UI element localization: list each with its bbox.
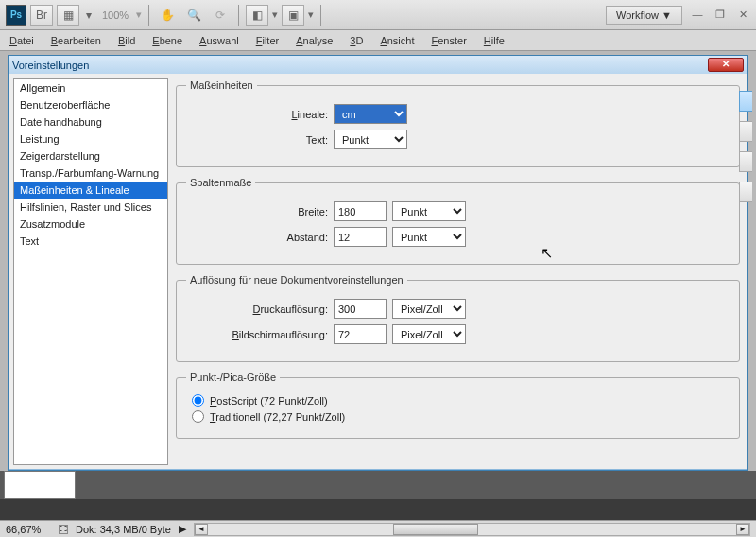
status-zoom[interactable]: 66,67% (6, 524, 51, 535)
sidebar-item-selected[interactable]: Maßeinheiten & Lineale (14, 182, 167, 199)
menu-fenster[interactable]: Fenster (431, 35, 466, 46)
menu-hilfe[interactable]: Hilfe (484, 35, 505, 46)
menu-bearbeiten[interactable]: Bearbeiten (51, 35, 101, 46)
close-button[interactable]: ✕ (735, 9, 750, 22)
dropdown-icon[interactable]: ▾ (136, 9, 142, 21)
dialog-titlebar: Voreinstellungen ✕ (9, 56, 747, 74)
menu-ansicht[interactable]: Ansicht (380, 35, 414, 46)
menu-bar: Datei Bearbeiten Bild Ebene Auswahl Filt… (0, 30, 756, 51)
scroll-right-button[interactable]: ► (736, 524, 749, 535)
side-button[interactable] (739, 121, 752, 142)
ruler-origin (4, 471, 76, 499)
scroll-left-button[interactable]: ◄ (195, 524, 208, 535)
menu-3d[interactable]: 3D (350, 35, 363, 46)
width-label: Breite: (186, 206, 328, 217)
print-res-label: Druckauflösung: (186, 303, 328, 315)
traditional-radio[interactable] (192, 410, 204, 423)
side-button[interactable] (739, 151, 752, 172)
columns-legend: Spaltenmaße (186, 177, 255, 188)
dialog-close-button[interactable]: ✕ (708, 58, 744, 72)
screen-res-label: Bildschirmauflösung: (186, 329, 328, 340)
print-res-unit-select[interactable]: Pixel/Zoll (392, 299, 466, 319)
gap-input[interactable] (334, 227, 387, 247)
side-button[interactable] (739, 182, 752, 202)
menu-ebene[interactable]: Ebene (152, 35, 182, 46)
rulers-select[interactable]: cm (334, 104, 407, 124)
menu-datei[interactable]: Datei (9, 35, 34, 46)
sidebar-item[interactable]: Leistung (14, 130, 167, 147)
menu-analyse[interactable]: Analyse (296, 35, 333, 46)
scroll-thumb[interactable] (393, 524, 478, 535)
pica-legend: Punkt-/Pica-Größe (186, 372, 280, 383)
expand-icon[interactable]: ⛶ (59, 525, 68, 534)
gap-unit-select[interactable]: Punkt (392, 227, 466, 247)
columns-group: Spaltenmaße Breite: Punkt Abstand: Punkt (176, 177, 740, 265)
status-doc-size: Dok: 34,3 MB/0 Byte (76, 524, 171, 535)
resolution-group: Auflösung für neue Dokumentvoreinstellun… (176, 274, 740, 362)
postscript-label: PostScript (72 Punkt/Zoll) (210, 395, 328, 407)
document-bar (0, 499, 756, 520)
sidebar-item[interactable]: Benutzeroberfläche (14, 96, 167, 113)
menu-filter[interactable]: Filter (256, 35, 279, 46)
zoom-level: 100% (102, 9, 129, 21)
gap-label: Abstand: (186, 232, 328, 243)
app-toolbar: Ps Br ▦ ▾ 100% ▾ ✋ 🔍 ⟳ ◧ ▾ ▣ ▾ Workflow … (0, 0, 756, 30)
text-label: Text: (186, 134, 328, 146)
print-res-input[interactable] (334, 299, 387, 319)
workflow-button[interactable]: Workflow ▼ (606, 6, 682, 25)
sidebar-item[interactable]: Zusatzmodule (14, 216, 167, 233)
postscript-radio[interactable] (192, 394, 204, 407)
horizontal-scrollbar[interactable]: ◄ ► (194, 523, 750, 536)
status-menu-arrow[interactable]: ▶ (179, 523, 186, 535)
screen-res-unit-select[interactable]: Pixel/Zoll (392, 324, 466, 344)
prefs-category-list: Allgemein Benutzeroberfläche Dateihandha… (13, 78, 168, 465)
document-ruler (0, 471, 756, 499)
width-unit-select[interactable]: Punkt (392, 201, 466, 221)
hand-tool-icon[interactable]: ✋ (156, 5, 179, 26)
dialog-title: Voreinstellungen (12, 60, 89, 71)
traditional-label: Traditionell (72,27 Punkt/Zoll) (210, 411, 345, 423)
screen-mode-button[interactable]: ◧ (246, 5, 268, 26)
sidebar-item[interactable]: Text (14, 233, 167, 250)
arrange-button[interactable]: ▣ (282, 5, 304, 26)
screen-res-input[interactable] (334, 324, 387, 344)
rulers-label: Lineale: (186, 109, 328, 120)
units-legend: Maßeinheiten (186, 79, 257, 91)
resolution-legend: Auflösung für neue Dokumentvoreinstellun… (186, 274, 407, 286)
prefs-content: Maßeinheiten Lineale: cm Text: Punkt Spa… (168, 74, 747, 470)
preferences-dialog: Voreinstellungen ✕ Allgemein Benutzerobe… (8, 55, 748, 471)
dropdown-icon[interactable]: ▾ (272, 9, 278, 21)
rotate-tool-icon[interactable]: ⟳ (209, 5, 232, 26)
zoom-tool-icon[interactable]: 🔍 (182, 5, 205, 26)
sidebar-item[interactable]: Zeigerdarstellung (14, 147, 167, 165)
text-unit-select[interactable]: Punkt (334, 130, 407, 149)
side-button[interactable] (739, 91, 752, 112)
minimize-button[interactable]: — (690, 9, 705, 22)
scroll-track[interactable] (208, 524, 736, 535)
dropdown-icon[interactable]: ▾ (308, 9, 314, 21)
menu-bild[interactable]: Bild (118, 35, 135, 46)
restore-button[interactable]: ❐ (713, 9, 728, 22)
ps-logo-icon: Ps (6, 5, 26, 26)
width-input[interactable] (334, 201, 387, 221)
units-group: Maßeinheiten Lineale: cm Text: Punkt (176, 79, 740, 167)
sidebar-item[interactable]: Transp./Farbumfang-Warnung (14, 165, 167, 182)
sidebar-item[interactable]: Allgemein (14, 79, 167, 96)
pica-group: Punkt-/Pica-Größe PostScript (72 Punkt/Z… (176, 372, 740, 439)
status-bar: 66,67% ⛶ Dok: 34,3 MB/0 Byte ▶ ◄ ► (0, 520, 756, 537)
dropdown-icon[interactable]: ▾ (83, 5, 94, 26)
view-extras-button[interactable]: ▦ (57, 5, 79, 26)
bridge-button[interactable]: Br (30, 5, 53, 26)
sidebar-item[interactable]: Dateihandhabung (14, 113, 167, 130)
sidebar-item[interactable]: Hilfslinien, Raster und Slices (14, 199, 167, 216)
dialog-side-buttons (739, 91, 752, 202)
menu-auswahl[interactable]: Auswahl (199, 35, 239, 46)
